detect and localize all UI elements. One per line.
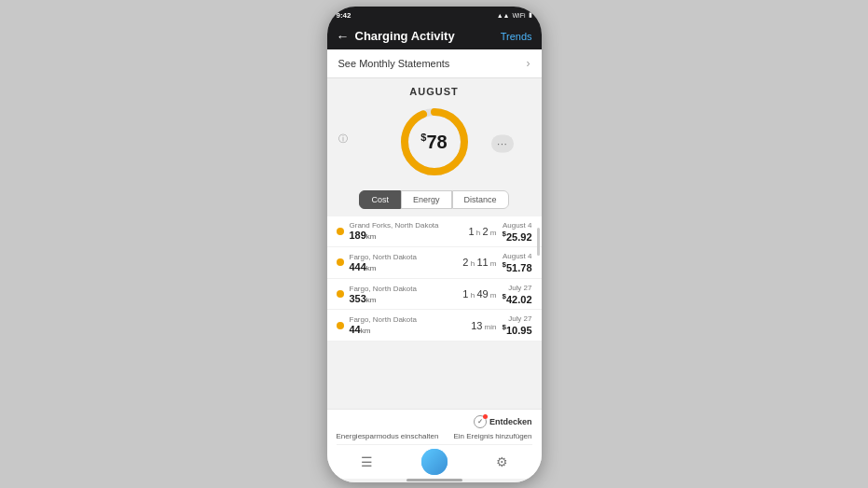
entdecken-label: Entdecken	[489, 417, 532, 426]
monthly-chevron-icon: ›	[527, 57, 530, 70]
trends-button[interactable]: Trends	[501, 31, 532, 42]
charging-date: July 27	[503, 314, 532, 323]
charging-location: Grand Forks, North Dakota	[350, 221, 463, 230]
bottom-navigation: ☰ ⚙	[337, 444, 532, 475]
charging-distance: 444km	[350, 261, 458, 272]
bottom-menu-top: ✓ Entdecken	[337, 415, 532, 432]
cost-value: 78	[426, 131, 447, 151]
donut-chart-area: $78 ···	[327, 101, 542, 187]
charging-info: Fargo, North Dakota 44km	[350, 315, 466, 335]
charging-time: 1 h 49 m	[462, 288, 496, 300]
nav-settings-icon[interactable]: ⚙	[496, 454, 508, 469]
charging-info: Grand Forks, North Dakota 189km	[350, 221, 463, 241]
charging-location: Fargo, North Dakota	[350, 253, 458, 261]
metric-tabs: Cost Energy Distance	[327, 187, 542, 216]
ereignis-label[interactable]: Ein Ereignis hinzufügen	[453, 432, 531, 440]
monthly-statements-label: See Monthly Statements	[338, 58, 450, 69]
charging-cost: $42.02	[503, 292, 532, 305]
wifi-icon: WiFi	[513, 12, 526, 19]
bottom-menu-actions: Energiesparmodus einschalten Ein Ereigni…	[337, 432, 532, 444]
tab-cost[interactable]: Cost	[359, 190, 401, 209]
charging-info: Fargo, North Dakota 444km	[350, 253, 458, 272]
charging-cost-area: July 27 $10.95	[503, 314, 532, 336]
charging-date: July 27	[503, 284, 532, 292]
charging-distance: 44km	[350, 324, 466, 335]
phone-frame: 9:42 ▲▲ WiFi ▮ ← Charging Activity Trend…	[327, 7, 542, 482]
entdecken-icon: ✓	[474, 415, 487, 428]
status-time: 9:42	[337, 11, 351, 20]
charging-dot-icon	[337, 258, 344, 266]
scrollbar[interactable]	[537, 228, 540, 256]
nav-home-button[interactable]	[421, 449, 448, 475]
charging-item[interactable]: Fargo, North Dakota 44km 13 min July 27 …	[327, 310, 542, 342]
tab-energy[interactable]: Energy	[401, 190, 452, 209]
charging-time: 1 h 2 m	[468, 226, 496, 237]
charging-location: Fargo, North Dakota	[350, 285, 458, 293]
charging-dot-icon	[337, 290, 344, 298]
battery-icon: ▮	[529, 11, 532, 19]
charging-distance: 189km	[350, 230, 463, 241]
home-bar	[406, 479, 462, 481]
main-content: ⓘ AUGUST $78 ··· Cost Energy Distance	[327, 78, 542, 409]
back-button[interactable]: ←	[337, 29, 350, 44]
bottom-menu: ✓ Entdecken Energiesparmodus einschalten…	[327, 409, 542, 479]
charging-cost-area: July 27 $42.02	[503, 284, 532, 305]
nav-menu-icon[interactable]: ☰	[361, 454, 373, 469]
home-indicator	[327, 479, 542, 482]
app-header: ← Charging Activity Trends	[327, 23, 542, 49]
charging-dot-icon	[337, 322, 344, 329]
charging-time: 2 h 11 m	[462, 257, 496, 268]
status-bar: 9:42 ▲▲ WiFi ▮	[327, 7, 542, 23]
cost-display: $78	[420, 131, 447, 152]
charging-distance: 353km	[350, 293, 458, 304]
header-title: Charging Activity	[355, 29, 501, 43]
dots-menu-button[interactable]: ···	[491, 134, 513, 152]
charging-dot-icon	[337, 228, 344, 235]
charging-cost: $10.95	[503, 323, 532, 336]
charging-cost-area: August 4 $25.92	[503, 221, 532, 243]
charging-cost: $51.78	[503, 260, 532, 273]
charging-location: Fargo, North Dakota	[350, 315, 466, 324]
charging-item[interactable]: Grand Forks, North Dakota 189km 1 h 2 m …	[327, 216, 542, 248]
charging-list: Grand Forks, North Dakota 189km 1 h 2 m …	[327, 216, 542, 409]
charging-info: Fargo, North Dakota 353km	[350, 285, 458, 304]
home-blob	[421, 449, 448, 475]
monthly-statements-banner[interactable]: See Monthly Statements ›	[327, 49, 542, 78]
notification-dot	[483, 414, 488, 419]
status-icons: ▲▲ WiFi ▮	[497, 11, 532, 19]
charging-cost: $25.92	[503, 230, 532, 243]
signal-icon: ▲▲	[497, 12, 510, 19]
charging-item[interactable]: Fargo, North Dakota 353km 1 h 49 m July …	[327, 279, 542, 311]
entdecken-button[interactable]: ✓ Entdecken	[474, 415, 532, 428]
charging-cost-area: August 4 $51.78	[503, 252, 532, 273]
donut-chart: $78	[397, 105, 472, 179]
charging-date: August 4	[503, 221, 532, 230]
energie-label[interactable]: Energiesparmodus einschalten	[337, 432, 439, 440]
charging-item[interactable]: Fargo, North Dakota 444km 2 h 11 m Augus…	[327, 247, 542, 279]
month-label: AUGUST	[327, 78, 542, 101]
charging-date: August 4	[503, 252, 532, 260]
charging-time: 13 min	[471, 320, 496, 331]
tab-distance[interactable]: Distance	[452, 190, 509, 209]
